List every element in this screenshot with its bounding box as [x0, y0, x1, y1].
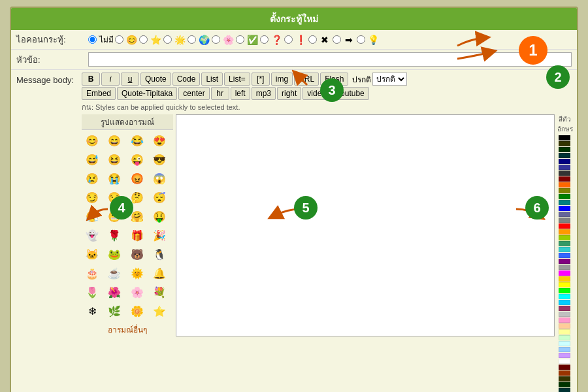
color-swatch-29[interactable] [559, 306, 570, 311]
color-swatch-3[interactable] [559, 153, 570, 158]
color-swatch-38[interactable] [559, 359, 570, 364]
radio-icon6[interactable] [236, 35, 244, 44]
font-size-select[interactable]: ปรกติ เล็ก ใหญ่ [372, 73, 407, 86]
code-button[interactable]: Code [172, 73, 201, 86]
color-swatch-31[interactable] [559, 318, 570, 323]
left-button[interactable]: left [231, 87, 250, 100]
emoji-7[interactable]: 😜 [128, 150, 146, 169]
color-swatch-43[interactable] [559, 388, 570, 392]
emoji-28[interactable]: 🐧 [150, 245, 169, 263]
color-swatch-30[interactable] [559, 312, 570, 317]
color-swatch-42[interactable] [559, 382, 570, 387]
emoji-12[interactable]: 😱 [150, 169, 169, 188]
icon-star[interactable]: ⭐ [149, 33, 162, 46]
emoji-8[interactable]: 😎 [150, 150, 169, 169]
radio-none-input[interactable] [88, 35, 97, 44]
color-swatch-35[interactable] [559, 341, 570, 346]
color-swatch-15[interactable] [559, 223, 570, 229]
emoji-18[interactable]: 😬 [105, 207, 123, 225]
emoji-35[interactable]: 🌸 [128, 283, 146, 301]
emoji-more[interactable]: อารมณ์อื่นๆ [82, 321, 173, 338]
color-swatch-6[interactable] [559, 171, 570, 176]
color-swatch-11[interactable] [559, 200, 570, 205]
img-button[interactable]: img [271, 73, 293, 86]
emoji-33[interactable]: 🌷 [83, 283, 101, 301]
color-swatch-25[interactable] [559, 282, 570, 287]
radio-icon1[interactable] [115, 35, 123, 44]
color-swatch-39[interactable] [559, 365, 570, 370]
emoji-20[interactable]: 🤑 [150, 207, 169, 225]
radio-icon9[interactable] [308, 35, 317, 44]
color-swatch-7[interactable] [559, 176, 570, 182]
color-swatch-32[interactable] [559, 323, 570, 329]
color-swatch-24[interactable] [559, 276, 570, 282]
emoji-29[interactable]: 🎂 [83, 264, 101, 282]
emoji-24[interactable]: 🎉 [150, 226, 169, 244]
color-swatch-37[interactable] [559, 353, 570, 358]
emoji-4[interactable]: 😍 [150, 131, 169, 150]
emoji-2[interactable]: 😄 [105, 131, 123, 150]
emoji-1[interactable]: 😊 [83, 131, 101, 150]
url-button[interactable]: URL [294, 73, 319, 86]
color-swatch-2[interactable] [559, 147, 570, 152]
subject-input[interactable] [88, 52, 572, 67]
color-swatch-13[interactable] [559, 212, 570, 217]
radio-icon10[interactable] [333, 35, 341, 44]
list-ordered-button[interactable]: List= [224, 73, 250, 86]
color-swatch-17[interactable] [559, 235, 570, 240]
emoji-25[interactable]: 🐱 [83, 245, 101, 263]
color-swatch-14[interactable] [559, 218, 570, 223]
radio-icon4[interactable] [188, 35, 196, 44]
color-swatch-16[interactable] [559, 229, 570, 235]
emoji-10[interactable]: 😭 [105, 169, 123, 188]
color-swatch-21[interactable] [559, 259, 570, 264]
color-swatch-36[interactable] [559, 347, 570, 352]
emoji-13[interactable]: 😏 [83, 188, 101, 206]
radio-icon7[interactable] [260, 35, 269, 44]
youtube-button[interactable]: youtube [332, 87, 369, 100]
emoji-14[interactable]: 😒 [105, 188, 123, 206]
emoji-36[interactable]: 💐 [150, 283, 169, 301]
color-swatch-18[interactable] [559, 241, 570, 246]
icon-flower[interactable]: 🌸 [221, 33, 235, 46]
icon-exclaim[interactable]: ❗ [294, 33, 307, 46]
list-item-button[interactable]: [*] [252, 73, 270, 86]
color-swatch-34[interactable] [559, 335, 570, 340]
color-swatch-10[interactable] [559, 194, 570, 199]
icon-check[interactable]: ✅ [246, 33, 259, 46]
color-swatch-41[interactable] [559, 376, 570, 382]
list-button[interactable]: List [201, 73, 223, 86]
video-button[interactable]: video [302, 87, 331, 100]
emoji-32[interactable]: 🔔 [150, 264, 169, 282]
emoji-15[interactable]: 🤔 [128, 188, 146, 206]
icon-question[interactable]: ❓ [270, 33, 283, 46]
emoji-22[interactable]: 🌹 [105, 226, 123, 244]
emoji-31[interactable]: 🌞 [128, 264, 146, 282]
message-textarea[interactable] [176, 114, 555, 336]
radio-none[interactable]: ไม่มี [88, 33, 114, 46]
right-button[interactable]: right [277, 87, 301, 100]
emoji-30[interactable]: ☕ [105, 264, 123, 282]
emoji-23[interactable]: 🎁 [128, 226, 146, 244]
color-swatch-19[interactable] [559, 247, 570, 252]
color-swatch-40[interactable] [559, 370, 570, 376]
radio-icon8[interactable] [284, 35, 293, 44]
quote-button[interactable]: Quote [140, 73, 171, 86]
emoji-9[interactable]: 😢 [83, 169, 101, 188]
italic-button[interactable]: i [101, 73, 120, 86]
emoji-40[interactable]: ⭐ [150, 302, 169, 320]
icon-arrow[interactable]: ➡ [342, 33, 355, 46]
embed-button[interactable]: Embed [82, 87, 116, 100]
icon-globe[interactable]: 🌍 [197, 33, 210, 46]
emoji-34[interactable]: 🌺 [105, 283, 123, 301]
emoji-38[interactable]: 🌿 [105, 302, 123, 320]
center-button[interactable]: center [178, 87, 209, 100]
radio-icon2[interactable] [139, 35, 148, 44]
color-swatch-4[interactable] [559, 159, 570, 164]
icon-smile[interactable]: 😊 [125, 33, 138, 46]
color-swatch-12[interactable] [559, 206, 570, 211]
color-swatch-27[interactable] [559, 294, 570, 299]
icon-sun[interactable]: 🌟 [173, 33, 186, 46]
underline-button[interactable]: u [121, 73, 139, 86]
emoji-27[interactable]: 🐻 [128, 245, 146, 263]
